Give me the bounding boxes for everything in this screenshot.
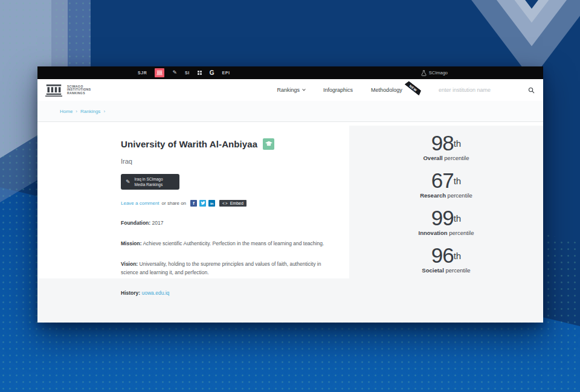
breadcrumb-rankings[interactable]: Rankings	[80, 109, 100, 114]
overall-percentile: 98th Overall percentile	[423, 132, 469, 161]
media-rankings-pen-icon[interactable]: ✎	[172, 70, 177, 76]
scimago-lab-icon	[421, 70, 427, 76]
country-label: Iraq	[121, 158, 331, 165]
leave-comment-link[interactable]: Leave a comment	[121, 201, 160, 206]
breadcrumb-separator: ›	[76, 109, 77, 114]
breadcrumb: Home › Rankings ›	[37, 101, 543, 122]
search-icon[interactable]	[528, 87, 535, 94]
institution-info-panel: University of Warith Al-Anbiyaa Iraq ✎ I…	[37, 126, 349, 278]
media-rankings-button[interactable]: ✎ Iraq in SCImago Media Rankings	[121, 174, 179, 190]
sir-columns-logo-icon	[45, 84, 63, 97]
twitter-bird-glyph	[201, 201, 205, 205]
share-on-text: or share on	[162, 201, 186, 206]
graphica-grid-icon[interactable]	[198, 71, 202, 75]
institution-search-input[interactable]	[439, 87, 510, 93]
institution-content: University of Warith Al-Anbiyaa Iraq ✎ I…	[37, 126, 543, 278]
sjr-link[interactable]: SJR	[138, 71, 147, 75]
nav-infographics[interactable]: Infographics	[323, 87, 353, 93]
sir-active-tile[interactable]	[155, 68, 164, 77]
breadcrumb-home[interactable]: Home	[60, 109, 72, 114]
innovation-percentile-value: 99th	[419, 207, 474, 229]
overall-percentile-label: Overall percentile	[423, 155, 469, 161]
breadcrumb-separator: ›	[103, 109, 105, 114]
foundation-label: Foundation:	[121, 220, 150, 226]
societal-percentile-label: Societal percentile	[422, 267, 470, 274]
scimago-lab-label: SCImago	[429, 70, 448, 76]
title-row: University of Warith Al-Anbiyaa	[121, 138, 331, 150]
history-field: History: uowa.edu.iq	[121, 289, 331, 297]
products-links: SJR ✎ SI G EPI	[138, 68, 230, 77]
mission-field: Mission: Achieve scientific Authenticity…	[121, 239, 331, 248]
nav-rankings[interactable]: Rankings	[277, 87, 306, 93]
mission-label: Mission:	[121, 240, 141, 246]
main-nav: Rankings Infographics Methodology NEW	[277, 87, 535, 94]
innovation-percentile: 99th Innovation percentile	[419, 207, 474, 236]
innovation-percentile-label: Innovation percentile	[419, 230, 474, 236]
nav-methodology[interactable]: Methodology NEW	[371, 87, 420, 93]
site-header: SCIMAGO INSTITUTIONS RANKINGS Rankings I…	[37, 79, 543, 101]
new-badge: NEW	[404, 80, 422, 95]
higher-education-badge	[263, 138, 274, 150]
embed-button[interactable]: <> Embed	[219, 200, 246, 207]
twitter-icon[interactable]	[199, 200, 206, 207]
scimago-products-bar: SJR ✎ SI G EPI SCImag	[37, 66, 543, 79]
research-percentile: 67th Research percentile	[420, 170, 472, 199]
code-brackets-icon: <>	[222, 201, 228, 205]
embed-label: Embed	[230, 201, 243, 205]
history-label: History:	[121, 290, 140, 296]
chevron-down-icon	[302, 88, 306, 91]
history-website-link[interactable]: uowa.edu.iq	[142, 290, 170, 296]
sir-logo[interactable]: SCIMAGO INSTITUTIONS RANKINGS	[45, 84, 91, 97]
pen-icon: ✎	[126, 179, 130, 185]
research-percentile-value: 67th	[420, 170, 472, 191]
foundation-value: 2017	[152, 220, 163, 226]
foundation-field: Foundation: 2017	[121, 219, 331, 227]
societal-percentile: 96th Societal percentile	[422, 245, 470, 274]
linkedin-icon[interactable]: in	[208, 200, 215, 207]
epi-link[interactable]: EPI	[222, 71, 230, 75]
vision-label: Vision:	[121, 261, 138, 267]
g-link[interactable]: G	[210, 69, 214, 76]
sir-page-card: SJR ✎ SI G EPI SCImag	[37, 66, 543, 323]
scimago-lab-link[interactable]: SCImago	[421, 70, 448, 76]
research-percentile-label: Research percentile	[420, 192, 472, 199]
societal-percentile-value: 96th	[422, 245, 470, 266]
media-rankings-button-label: Iraq in SCImago Media Rankings	[135, 176, 173, 187]
mission-value: Achieve scientific Authenticity. Perfect…	[143, 240, 324, 246]
bank-columns-icon	[156, 70, 163, 76]
share-row: Leave a comment or share on f in <> Embe…	[121, 200, 331, 207]
graduation-cap-icon	[265, 141, 273, 147]
card-bottom-strip	[37, 278, 543, 323]
overall-percentile-value: 98th	[423, 132, 469, 154]
vision-field: Vision: Universality, holding to the sup…	[121, 260, 331, 277]
facebook-icon[interactable]: f	[190, 200, 197, 207]
page-title: University of Warith Al-Anbiyaa	[121, 139, 257, 149]
percentiles-panel: 98th Overall percentile 67th Research pe…	[349, 126, 543, 278]
si-link[interactable]: SI	[185, 71, 190, 75]
sir-logo-text: SCIMAGO INSTITUTIONS RANKINGS	[67, 85, 91, 95]
vision-value: Universality, holding to the supreme pri…	[121, 261, 321, 275]
